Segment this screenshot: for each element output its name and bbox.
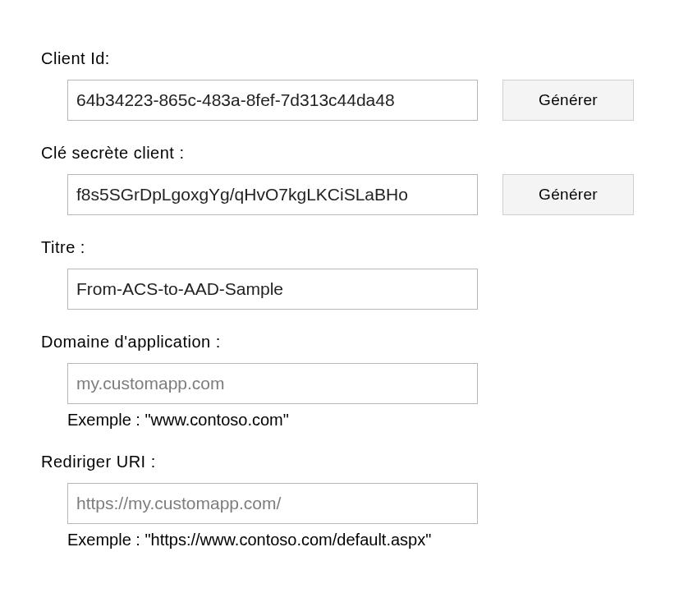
- client-id-input[interactable]: [76, 90, 469, 110]
- app-domain-input[interactable]: [76, 374, 469, 393]
- redirect-uri-field: Rediriger URI : Exemple : "https://www.c…: [41, 453, 638, 549]
- client-secret-label: Clé secrète client :: [41, 144, 638, 163]
- app-domain-input-wrap: [67, 363, 478, 404]
- redirect-uri-label: Rediriger URI :: [41, 453, 638, 471]
- redirect-uri-row: [41, 483, 638, 524]
- client-id-row: Générer: [41, 80, 638, 121]
- client-id-field: Client Id: Générer: [41, 49, 638, 121]
- client-secret-input-wrap: [67, 174, 478, 215]
- redirect-uri-input-wrap: [67, 483, 478, 524]
- app-domain-field: Domaine d'application : Exemple : "www.c…: [41, 333, 638, 430]
- client-secret-field: Clé secrète client : Générer: [41, 144, 638, 215]
- client-id-label: Client Id:: [41, 49, 638, 68]
- title-input[interactable]: [76, 279, 469, 299]
- client-secret-input[interactable]: [76, 185, 469, 205]
- title-row: [41, 269, 638, 310]
- app-domain-label: Domaine d'application :: [41, 333, 638, 352]
- redirect-uri-input[interactable]: [76, 494, 469, 513]
- title-field: Titre :: [41, 238, 638, 310]
- app-domain-hint: Exemple : "www.contoso.com": [67, 411, 638, 430]
- client-id-input-wrap: [67, 80, 478, 121]
- title-input-wrap: [67, 269, 478, 310]
- client-id-generate-button[interactable]: Générer: [502, 80, 634, 121]
- client-secret-row: Générer: [41, 174, 638, 215]
- title-label: Titre :: [41, 238, 638, 257]
- app-domain-row: [41, 363, 638, 404]
- redirect-uri-hint: Exemple : "https://www.contoso.com/defau…: [67, 531, 638, 549]
- client-secret-generate-button[interactable]: Générer: [502, 174, 634, 215]
